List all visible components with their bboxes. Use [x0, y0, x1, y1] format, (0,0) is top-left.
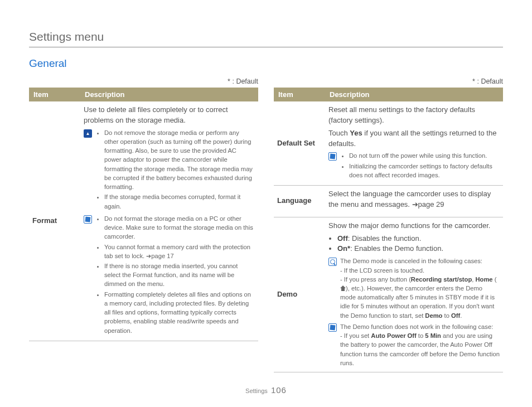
left-table: Item Description Format Use to delete al…: [29, 88, 258, 341]
two-column-layout: * : Default Item Description Format Use …: [29, 77, 503, 372]
format-warning-block: Do not remove the storage media or perfo…: [84, 128, 255, 212]
default-set-lead1: Reset all menu settings to the factory d…: [328, 105, 500, 126]
dn-d: 5 Min: [425, 332, 441, 339]
row-default-set: Default Set Reset all menu settings to t…: [274, 101, 503, 186]
demo-note2-block: The Demo function does not work in the f…: [328, 322, 500, 367]
format-note-list: Do not format the storage media on a PC …: [95, 214, 255, 336]
default-set-note-block: Do not turn off the power while using th…: [328, 151, 500, 181]
dm-i: Off: [451, 312, 460, 319]
row-demo: Demo Show the major demo functions for t…: [274, 217, 503, 372]
demo-mag-l2: - If you press any button (Recording sta…: [340, 275, 500, 320]
demo-on-label: On*: [337, 244, 350, 253]
demo-mag-intro: The Demo mode is canceled in the followi…: [340, 256, 500, 265]
dm-d: Home: [475, 276, 492, 283]
home-icon: [340, 285, 346, 291]
format-note-block: Do not format the storage media on a PC …: [84, 214, 255, 336]
header-description: Description: [80, 88, 258, 101]
demo-lead: Show the major demo functions for the ca…: [328, 221, 500, 231]
demo-mag-body: The Demo mode is canceled in the followi…: [340, 256, 500, 320]
format-note-4: Formatting completely deletes all files …: [104, 290, 255, 335]
note-icon: [328, 323, 337, 332]
format-note-2: You cannot format a memory card with the…: [104, 243, 255, 260]
desc-demo: Show the major demo functions for the ca…: [325, 217, 503, 372]
right-table: Item Description Default Set Reset all m…: [274, 88, 503, 372]
item-language: Language: [274, 186, 325, 217]
row-format: Format Use to delete all files completel…: [29, 101, 258, 341]
title-rule: [29, 47, 503, 47]
demo-note2-intro: The Demo function does not work in the f…: [340, 322, 500, 331]
note-icon: [84, 215, 92, 224]
format-warn-2: If the storage media becomes corrupted, …: [104, 192, 255, 210]
ds-note-2: Initializing the camcorder settings to f…: [349, 162, 500, 180]
item-default-set: Default Set: [274, 101, 325, 186]
right-column: * : Default Item Description Default Set…: [274, 77, 503, 372]
default-set-note-list: Do not turn off the power while using th…: [340, 151, 500, 181]
row-language: Language Select the language the camcord…: [274, 186, 503, 217]
header-item-r: Item: [274, 88, 325, 101]
demo-off-text: : Disables the function.: [348, 234, 422, 243]
magnifier-icon: [328, 258, 337, 266]
format-note-1: Do not format the storage media on a PC …: [104, 214, 255, 241]
left-column: * : Default Item Description Format Use …: [29, 77, 258, 372]
header-item: Item: [29, 88, 80, 101]
footer-label: Settings: [245, 387, 268, 394]
format-note-3: If there is no storage media inserted, y…: [104, 261, 255, 289]
dm-g: Demo: [425, 312, 442, 319]
desc-language: Select the language the camcorder uses t…: [325, 186, 503, 217]
demo-mag-block: The Demo mode is canceled in the followi…: [328, 256, 500, 320]
format-lead: Use to delete all files completely or to…: [84, 105, 255, 126]
ds-l2b: Yes: [350, 129, 362, 137]
page-footer: Settings 106: [0, 385, 532, 395]
desc-format: Use to delete all files completely or to…: [80, 101, 258, 341]
default-set-lead2: Touch Yes if you want all the settings r…: [328, 128, 500, 149]
item-format: Format: [29, 101, 80, 341]
default-marker-right: * : Default: [274, 77, 503, 85]
demo-off: Off: Disables the function.: [337, 234, 500, 244]
header-description-r: Description: [325, 88, 503, 101]
section-title: General: [29, 57, 503, 70]
default-marker-left: * : Default: [29, 77, 258, 85]
footer-page-number: 106: [271, 385, 287, 395]
demo-on-text: : Enables the Demo function.: [350, 244, 443, 253]
language-lead: Select the language the camcorder uses t…: [328, 189, 500, 210]
dm-a: - If you press any button (: [340, 276, 411, 283]
format-warning-list: Do not remove the storage media or perfo…: [95, 128, 255, 212]
dm-f: ), etc.). However, the camcorder enters …: [340, 285, 495, 319]
desc-default-set: Reset all menu settings to the factory d…: [325, 101, 503, 186]
dm-b: Recording start/stop: [411, 276, 472, 283]
note-icon: [328, 152, 337, 161]
ds-note-1: Do not turn off the power while using th…: [349, 151, 500, 160]
format-warn-1: Do not remove the storage media or perfo…: [104, 128, 255, 192]
warning-icon: [84, 129, 92, 138]
demo-note2-line: - If you set Auto Power Off to 5 Min and…: [340, 331, 500, 367]
dn-c: to: [417, 332, 425, 339]
demo-off-label: Off: [337, 234, 348, 243]
dm-h: to: [442, 312, 451, 319]
dm-j: .: [460, 312, 462, 319]
demo-note2-body: The Demo function does not work in the f…: [340, 322, 500, 367]
dm-e: (: [493, 276, 497, 283]
dn-a: - If you set: [340, 332, 371, 339]
dn-b: Auto Power Off: [371, 332, 416, 339]
demo-on: On*: Enables the Demo function.: [337, 244, 500, 254]
demo-options: Off: Disables the function. On*: Enables…: [328, 234, 500, 255]
demo-mag-l1: - If the LCD screen is touched.: [340, 266, 500, 275]
ds-l2a: Touch: [328, 129, 350, 137]
page-title: Settings menu: [29, 30, 503, 43]
item-demo: Demo: [274, 217, 325, 372]
